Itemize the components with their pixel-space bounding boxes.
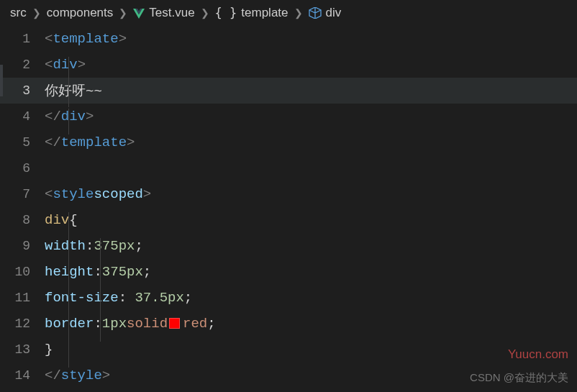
chevron-right-icon: ❯ (294, 7, 303, 19)
color-swatch-icon[interactable] (169, 318, 180, 329)
css-selector: div (45, 212, 69, 228)
tag-open: < (45, 57, 53, 73)
css-number: 37.5 (135, 290, 168, 306)
chevron-right-icon: ❯ (119, 7, 127, 19)
code-line[interactable]: 4 </div> (0, 104, 577, 129)
line-number: 10 (0, 265, 45, 279)
tag-open: </ (45, 109, 61, 124)
semicolon: ; (207, 316, 215, 332)
tag-name: div (53, 57, 77, 73)
colon: : (94, 264, 101, 280)
braces-icon: { } (215, 6, 237, 20)
code-line[interactable]: 7 <style scoped> (0, 181, 577, 207)
text-content: 你好呀~~ (45, 81, 102, 100)
breadcrumb-src[interactable]: src (10, 6, 27, 20)
css-number: 1 (102, 316, 110, 332)
breadcrumb[interactable]: src ❯ components ❯ Test.vue ❯ { } templa… (0, 0, 577, 26)
css-unit: px (110, 316, 127, 332)
watermark-site: Yuucn.com (508, 347, 568, 362)
code-line[interactable]: 11 font-size: 37.5px; (0, 285, 577, 311)
tag-close: > (86, 109, 94, 124)
line-number: 2 (0, 58, 45, 72)
tag-name: style (61, 368, 102, 383)
line-number: 8 (0, 213, 45, 227)
watermark-credit: CSDN @奋进的大美 (470, 371, 568, 385)
breadcrumb-file-label: Test.vue (149, 6, 194, 20)
tag-close: > (102, 368, 110, 383)
line-number: 13 (0, 342, 45, 357)
vue-icon (133, 8, 145, 18)
tag-open: </ (45, 368, 61, 383)
line-number: 4 (0, 109, 45, 124)
code-line[interactable]: 2 <div> (0, 52, 577, 78)
line-number: 11 (0, 291, 45, 305)
attr-name: scoped (94, 186, 142, 202)
line-number: 14 (0, 368, 45, 383)
colon: : (119, 290, 135, 306)
code-line[interactable]: 6 (0, 155, 577, 181)
tag-open: < (45, 186, 53, 202)
css-property: width (45, 238, 86, 254)
semicolon: ; (135, 238, 142, 254)
brace-close: } (45, 342, 53, 357)
breadcrumb-template-label: template (241, 6, 288, 20)
semicolon: ; (184, 290, 192, 306)
line-number: 7 (0, 187, 45, 201)
breadcrumb-template[interactable]: { } template (215, 6, 288, 20)
code-line[interactable]: 13 } (0, 337, 577, 363)
semicolon: ; (143, 264, 151, 280)
tag-name: div (61, 109, 86, 124)
code-line[interactable]: 12 border:1px solid red; (0, 311, 577, 337)
breadcrumb-components[interactable]: components (47, 6, 114, 20)
tag-name: template (53, 31, 118, 47)
line-number: 12 (0, 316, 45, 331)
line-number: 9 (0, 239, 45, 253)
code-line[interactable]: 5 </template> (0, 129, 577, 155)
css-value: solid (127, 316, 168, 332)
breadcrumb-element[interactable]: div (309, 6, 342, 20)
tag-close: > (127, 135, 135, 150)
brace-open: { (69, 212, 77, 228)
tag-name: style (53, 186, 94, 202)
tag-open: < (45, 31, 53, 47)
breadcrumb-file[interactable]: Test.vue (133, 6, 194, 20)
colon: : (86, 238, 94, 254)
breadcrumb-element-label: div (326, 6, 342, 20)
line-number: 3 (0, 83, 45, 98)
code-editor[interactable]: 1 <template> 2 <div> 3 你好呀~~ 4 </div> 5 … (0, 26, 577, 388)
code-line[interactable]: 8 div{ (0, 207, 577, 233)
css-property: font-size (45, 290, 119, 306)
tag-close: > (119, 31, 127, 47)
tag-close: > (78, 57, 86, 73)
tag-open: </ (45, 135, 61, 150)
line-number: 5 (0, 135, 45, 150)
tag-close: > (143, 186, 151, 202)
line-number: 6 (0, 161, 45, 176)
code-line-current[interactable]: 3 你好呀~~ (0, 78, 577, 104)
colon: : (94, 316, 101, 332)
tag-name: template (61, 135, 127, 150)
box-icon (309, 7, 322, 19)
css-unit: px (119, 238, 135, 254)
css-number: 375 (94, 238, 118, 254)
css-property: height (45, 264, 94, 280)
css-unit: px (168, 290, 184, 306)
css-number: 375 (102, 264, 127, 280)
code-line[interactable]: 1 <template> (0, 26, 577, 52)
css-unit: px (127, 264, 143, 280)
code-line[interactable]: 9 width:375px; (0, 233, 577, 259)
line-number: 1 (0, 32, 45, 46)
chevron-right-icon: ❯ (201, 7, 209, 19)
gutter-decoration (0, 65, 3, 96)
css-value: red (183, 316, 207, 332)
code-line[interactable]: 10 height:375px; (0, 259, 577, 285)
css-property: border (45, 316, 94, 332)
chevron-right-icon: ❯ (32, 7, 41, 19)
